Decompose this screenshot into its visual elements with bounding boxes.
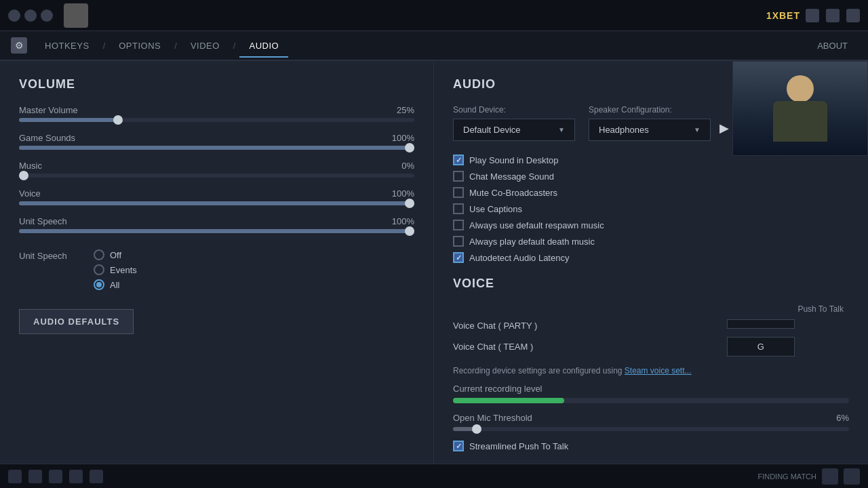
checkbox-autodetect-latency-box[interactable]: ✓ [453,252,464,263]
game-sounds-slider[interactable] [19,146,414,150]
checkbox-play-sound-desktop[interactable]: ✓ Play Sound in Desktop [453,155,849,165]
voice-title: VOICE [453,277,849,291]
bottom-icon-1[interactable] [8,470,22,483]
unit-speech-volume-value: 100% [392,216,414,226]
checkbox-streamlined-push[interactable]: ✓ Streamlined Push To Talk [453,441,849,451]
checkbox-respawn-music-box[interactable] [453,220,464,230]
person-body [773,101,827,142]
speaker-config-label: Speaker Configuration: [589,105,711,115]
checkbox-autodetect-latency[interactable]: ✓ Autodetect Audio Latency [453,252,849,263]
bottom-status-text: FINDING MATCH [757,472,816,481]
top-bar-icons [8,9,53,22]
video-overlay [732,61,868,156]
master-volume-value: 25% [397,105,414,115]
master-volume-row: Master Volume 25% [19,105,414,122]
radio-events-label: Events [110,265,137,275]
checkbox-mute-casters[interactable]: Mute Co-Broadcasters [453,187,849,198]
open-mic-value: 6% [836,413,849,423]
checkbox-mute-casters-box[interactable] [453,187,464,198]
open-mic-slider[interactable] [453,427,849,431]
voice-team-label: Voice Chat ( TEAM ) [453,334,673,359]
radio-events[interactable]: Events [94,264,137,275]
radio-events-button[interactable] [94,264,104,275]
bottom-right-btn-2[interactable] [844,468,860,485]
checkbox-death-music-box[interactable] [453,236,464,247]
video-person [733,62,867,155]
audio-defaults-button[interactable]: AUDIO DEFAULTS [19,309,134,334]
main-content: VOLUME Master Volume 25% Game Sounds 100… [0,61,868,464]
voice-party-row: Voice Chat ( PARTY ) [453,317,849,334]
window-icon-1[interactable] [8,9,20,22]
radio-off[interactable]: Off [94,249,137,260]
unit-speech-radio-section: Unit Speech Off Events All [19,249,414,290]
game-sounds-value: 100% [392,133,414,143]
checkbox-captions-box[interactable] [453,203,464,214]
bottom-icon-4[interactable] [69,470,83,483]
nav-item-options[interactable]: OPTIONS [109,35,170,56]
minimize-icon[interactable] [806,9,819,22]
checkbox-streamlined-box[interactable]: ✓ [453,441,464,451]
maximize-icon[interactable] [826,9,840,22]
bottom-right: FINDING MATCH [757,468,860,485]
steam-voice-settings-link[interactable]: Steam voice sett... [625,366,692,375]
open-mic-row: Open Mic Threshold 6% [453,413,849,423]
volume-panel: VOLUME Master Volume 25% Game Sounds 100… [0,61,434,464]
unit-speech-radio-label: Unit Speech [19,249,80,261]
recording-level-fill [453,398,564,403]
unit-speech-volume-row: Unit Speech 100% [19,216,414,233]
voice-volume-label: Voice [19,188,41,199]
push-to-talk-header: Push To Talk [673,302,849,317]
close-icon[interactable] [846,9,860,22]
voice-table: Push To Talk Voice Chat ( PARTY ) Voice … [453,302,849,359]
recording-level-bar [453,398,849,403]
bottom-right-btn-1[interactable] [822,468,838,485]
window-icon-3[interactable] [41,9,53,22]
window-icon-2[interactable] [24,9,37,22]
bottom-icon-2[interactable] [28,470,42,483]
recording-level-label: Current recording level [453,384,849,394]
checkbox-streamlined-label: Streamlined Push To Talk [469,441,568,451]
audio-checkbox-list: ✓ Play Sound in Desktop Chat Message Sou… [453,155,849,263]
music-slider[interactable] [19,174,414,178]
audio-panel: AUDIO Sound Device: Default Device ▼ Spe… [434,61,868,464]
checkbox-death-music[interactable]: Always play default death music [453,236,849,247]
checkbox-chat-message-label: Chat Message Sound [469,171,554,182]
game-sounds-row: Game Sounds 100% [19,133,414,150]
speaker-config-select[interactable]: Headphones ▼ [589,119,711,141]
nav-bar: ⚙ HOTKEYS / OPTIONS / VIDEO / AUDIO ABOU… [0,31,868,61]
sound-device-select[interactable]: Default Device ▼ [453,119,575,141]
checkbox-play-sound-desktop-box[interactable]: ✓ [453,155,464,165]
music-row: Music 0% [19,161,414,178]
nav-item-about[interactable]: ABOUT [808,35,857,56]
music-value: 0% [401,161,414,171]
voice-party-key[interactable] [727,319,795,329]
voice-team-key-cell: G [673,334,849,359]
voice-volume-slider[interactable] [19,201,414,205]
radio-all-button[interactable] [94,279,104,290]
sound-device-arrow-icon: ▼ [558,126,565,134]
nav-item-hotkeys[interactable]: HOTKEYS [35,35,99,56]
voice-volume-row: Voice 100% [19,188,414,205]
recording-note: Recording device settings are configured… [453,366,849,375]
unit-speech-volume-slider[interactable] [19,229,414,233]
sound-device-label: Sound Device: [453,105,575,115]
checkbox-chat-message-box[interactable] [453,171,464,182]
nav-item-video[interactable]: VIDEO [181,35,229,56]
voice-team-row: Voice Chat ( TEAM ) G [453,334,849,359]
music-label: Music [19,161,42,171]
voice-team-key[interactable]: G [727,337,795,357]
radio-all[interactable]: All [94,279,137,290]
settings-gear-icon[interactable]: ⚙ [11,37,27,54]
checkbox-chat-message[interactable]: Chat Message Sound [453,171,849,182]
master-volume-slider[interactable] [19,118,414,122]
open-mic-thumb [472,424,481,434]
nav-item-audio[interactable]: AUDIO [239,35,288,58]
checkbox-captions[interactable]: Use Captions [453,203,849,214]
bottom-icon-3[interactable] [49,470,62,483]
checkbox-captions-label: Use Captions [469,204,522,214]
radio-off-button[interactable] [94,249,104,260]
open-mic-label: Open Mic Threshold [453,413,532,423]
checkbox-respawn-music[interactable]: Always use default respawn music [453,220,849,230]
checkbox-play-sound-desktop-label: Play Sound in Desktop [469,155,559,165]
bottom-icon-5[interactable] [90,470,103,483]
